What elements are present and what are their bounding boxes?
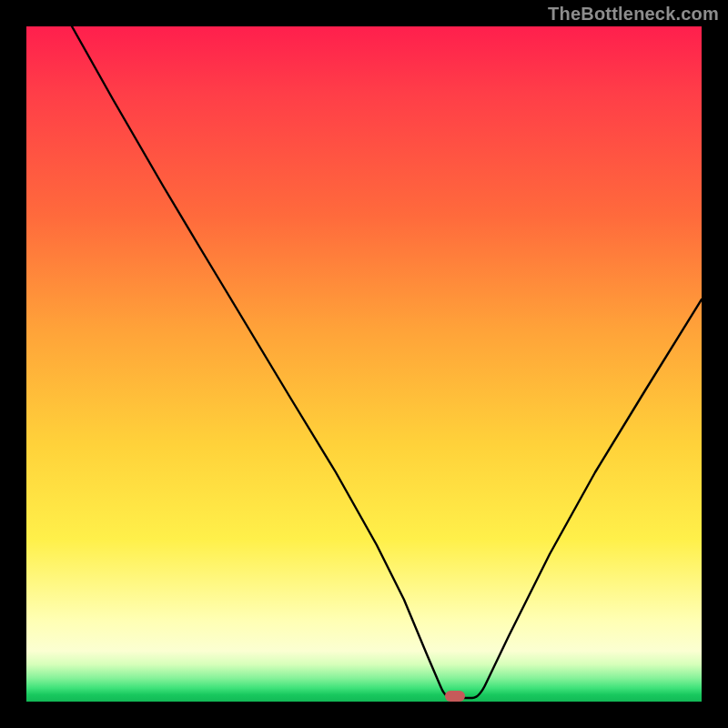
chart-frame: TheBottleneck.com <box>0 0 728 728</box>
bottleneck-curve <box>26 26 702 702</box>
bottleneck-curve-path <box>72 26 702 698</box>
optimum-marker <box>445 691 465 702</box>
plot-area <box>26 26 702 702</box>
watermark-text: TheBottleneck.com <box>548 4 719 25</box>
